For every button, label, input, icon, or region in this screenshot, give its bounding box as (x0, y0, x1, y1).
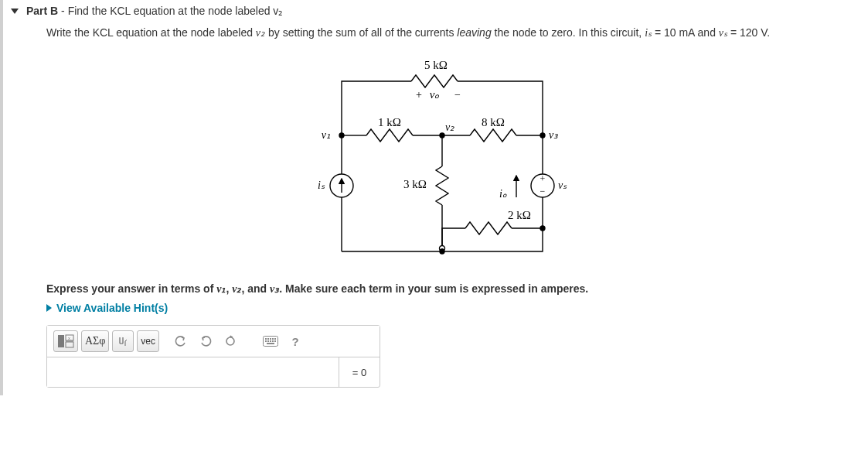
svg-text:vₛ: vₛ (558, 180, 567, 191)
equals-zero-label: = 0 (339, 367, 380, 378)
svg-text:8 kΩ: 8 kΩ (482, 116, 505, 128)
svg-rect-40 (267, 340, 269, 342)
svg-rect-41 (270, 340, 271, 342)
svg-text:v₁: v₁ (321, 129, 330, 141)
svg-rect-42 (272, 340, 274, 342)
instructions: Express your answer in terms of v₁, v₂, … (46, 282, 853, 296)
help-button[interactable]: ? (286, 330, 305, 352)
svg-point-32 (226, 337, 234, 345)
prompt-text: Write the KCL equation at the node label… (46, 26, 853, 39)
svg-text:iₛ: iₛ (318, 180, 325, 191)
svg-rect-34 (265, 338, 267, 340)
svg-text:−: − (454, 89, 461, 101)
undo-button[interactable] (170, 330, 192, 352)
greek-button[interactable]: ΑΣφ (81, 330, 109, 352)
template-icon: x (57, 334, 74, 348)
template-button[interactable]: x (53, 330, 78, 352)
vec-button[interactable]: vec (137, 330, 159, 352)
svg-text:5 kΩ: 5 kΩ (424, 59, 448, 71)
svg-rect-29 (66, 342, 73, 347)
keyboard-icon (263, 336, 278, 347)
svg-text:v₃: v₃ (549, 129, 559, 141)
circuit-diagram: 5 kΩ + vₒ − v₁ v₂ v₃ 1 kΩ (311, 50, 589, 267)
answer-input[interactable] (47, 357, 339, 387)
svg-text:+: + (416, 89, 422, 101)
svg-rect-27 (58, 335, 64, 347)
svg-rect-36 (270, 338, 271, 340)
svg-rect-35 (267, 338, 269, 340)
keyboard-button[interactable] (258, 330, 283, 352)
reset-button[interactable] (220, 330, 241, 352)
subscript-button[interactable] (112, 330, 134, 352)
vec-label: vec (141, 336, 155, 347)
svg-rect-39 (265, 340, 267, 342)
svg-text:1 kΩ: 1 kΩ (378, 116, 401, 128)
help-label: ? (291, 335, 298, 348)
collapse-icon[interactable] (11, 9, 19, 14)
svg-text:iₒ: iₒ (499, 188, 507, 200)
subscript-icon (117, 335, 129, 347)
svg-text:vₒ: vₒ (429, 88, 440, 101)
undo-icon (175, 335, 187, 347)
svg-text:2 kΩ: 2 kΩ (508, 209, 531, 221)
svg-rect-44 (267, 343, 274, 344)
equation-toolbar: x ΑΣφ vec (47, 326, 380, 357)
svg-rect-37 (272, 338, 274, 340)
svg-text:x: x (68, 336, 70, 340)
answer-box: x ΑΣφ vec (46, 325, 380, 388)
chevron-right-icon (46, 304, 52, 312)
part-title: Part B - Find the KCL equation at the no… (26, 5, 283, 17)
svg-text:−: − (540, 186, 545, 197)
svg-text:v₂: v₂ (445, 121, 454, 133)
greek-label: ΑΣφ (85, 335, 105, 347)
redo-button[interactable] (195, 330, 216, 352)
svg-rect-38 (274, 338, 276, 340)
reset-icon (224, 335, 237, 347)
svg-text:3 kΩ: 3 kΩ (403, 178, 427, 190)
view-hints-link[interactable]: View Available Hint(s) (46, 302, 168, 314)
svg-rect-43 (274, 340, 276, 342)
svg-text:+: + (540, 173, 545, 184)
redo-icon (199, 335, 212, 347)
hint-label: View Available Hint(s) (56, 302, 168, 314)
